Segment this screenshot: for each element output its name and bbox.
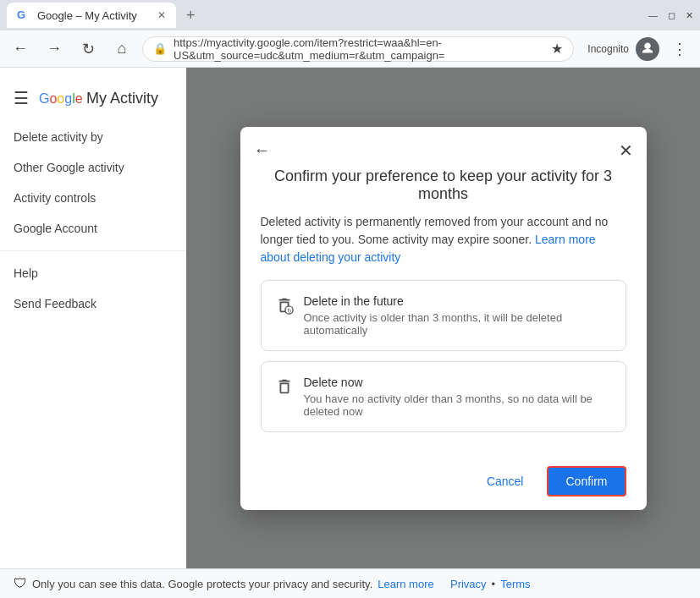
forward-button[interactable]: → [41,36,68,63]
close-window-button[interactable]: ✕ [686,10,693,21]
delete-now-option[interactable]: Delete now You have no activity older th… [261,361,626,432]
incognito-area: Incognito [587,37,659,61]
tab-close-button[interactable]: ✕ [157,9,166,21]
back-button[interactable]: ← [7,36,34,63]
new-tab-button[interactable]: + [179,7,202,25]
browser-frame: G Google – My Activity ✕ + — ◻ ✕ ← → ↻ ⌂… [0,0,700,598]
confirm-dialog: ← ✕ Confirm your preference to keep your… [240,127,647,510]
terms-link[interactable]: Terms [500,578,530,590]
bookmark-button[interactable]: ★ [551,41,563,57]
home-button[interactable]: ⌂ [108,36,135,63]
privacy-link[interactable]: Privacy [450,578,487,590]
bottom-bar: 🛡 Only you can see this data. Google pro… [0,568,700,598]
delete-now-title: Delete now [304,376,612,389]
browser-toolbar: ← → ↻ ⌂ 🔒 https://myactivity.google.com/… [0,30,700,68]
dialog-close-button[interactable]: ✕ [619,140,633,161]
incognito-avatar [636,37,659,61]
main-area: ← ✕ Confirm your preference to keep your… [186,68,700,568]
sidebar-item-help[interactable]: Help [0,258,186,288]
page-content: ☰ Google My Activity Delete activity by … [0,68,700,568]
cancel-button[interactable]: Cancel [473,466,537,497]
delete-now-desc: You have no activity older than 3 months… [304,392,612,418]
delete-future-desc: Once activity is older than 3 months, it… [304,311,612,337]
browser-tab[interactable]: G Google – My Activity ✕ [7,3,176,28]
dialog-header: ← ✕ [240,127,647,167]
lock-icon: 🔒 [153,42,167,55]
sidebar-item-delete-activity-by[interactable]: Delete activity by [0,122,186,152]
sidebar-item-send-feedback[interactable]: Send Feedback [0,288,186,319]
confirm-button[interactable]: Confirm [547,466,626,497]
tab-title: Google – My Activity [37,9,151,22]
delete-future-content: Delete in the future Once activity is ol… [304,294,612,337]
delete-now-content: Delete now You have no activity older th… [304,376,612,418]
delete-future-icon: ↻ [275,296,294,319]
dialog-footer: Cancel Confirm [240,456,647,510]
shield-icon: 🛡 [14,576,27,591]
footer-learn-more-link[interactable]: Learn more [378,578,433,590]
maximize-button[interactable]: ◻ [668,10,675,21]
minimize-button[interactable]: — [648,10,658,20]
tab-favicon: G [17,8,30,22]
sidebar-header: ☰ Google My Activity [0,81,186,122]
footer-divider: • [492,578,496,590]
dialog-description: Deleted activity is permanently removed … [261,213,626,266]
dialog-back-button[interactable]: ← [254,140,271,160]
address-bar[interactable]: 🔒 https://myactivity.google.com/item?res… [142,36,574,62]
sidebar: ☰ Google My Activity Delete activity by … [0,68,186,568]
reload-button[interactable]: ↻ [74,36,102,63]
sidebar-item-google-account[interactable]: Google Account [0,213,186,244]
modal-overlay: ← ✕ Confirm your preference to keep your… [186,68,700,568]
delete-now-icon [275,377,294,400]
sidebar-divider [0,250,186,251]
sidebar-item-other-google-activity[interactable]: Other Google activity [0,152,186,183]
svg-text:↻: ↻ [286,307,291,315]
title-bar: G Google – My Activity ✕ + — ◻ ✕ [0,0,700,30]
dialog-body: Deleted activity is permanently removed … [240,213,647,456]
hamburger-menu-button[interactable]: ☰ [14,88,29,108]
sidebar-item-activity-controls[interactable]: Activity controls [0,183,186,213]
delete-future-title: Delete in the future [304,294,612,308]
delete-future-option[interactable]: ↻ Delete in the future Once activity is … [261,280,626,351]
address-text: https://myactivity.google.com/item?restr… [174,36,544,62]
logo: Google My Activity [39,90,158,107]
window-controls: — ◻ ✕ [648,10,693,21]
privacy-text: Only you can see this data. Google prote… [32,578,372,590]
incognito-label: Incognito [587,43,629,55]
more-options-button[interactable]: ⋮ [666,36,693,63]
dialog-title: Confirm your preference to keep your act… [240,167,647,213]
